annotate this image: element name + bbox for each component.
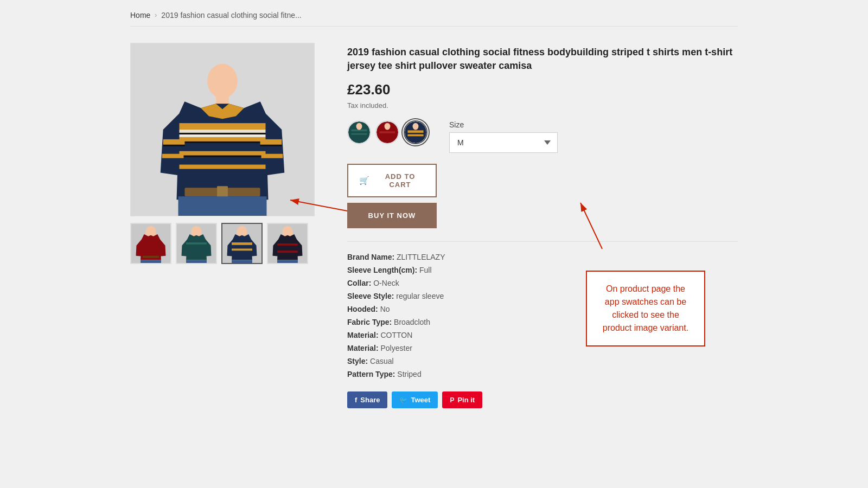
svg-rect-37: [277, 251, 298, 253]
svg-rect-38: [277, 260, 298, 263]
svg-point-1: [207, 64, 238, 99]
svg-rect-7: [180, 137, 266, 142]
buy-it-now-button[interactable]: BUY IT NOW: [347, 203, 437, 228]
share-label: Share: [360, 396, 380, 404]
svg-rect-10: [180, 156, 266, 157]
twitter-tweet-button[interactable]: 🐦 Tweet: [392, 391, 438, 408]
product-images: [130, 43, 315, 264]
thumbnails: [130, 223, 315, 264]
product-price: £23.60: [347, 81, 738, 98]
thumbnail-2[interactable]: [176, 223, 217, 264]
pinterest-icon: P: [450, 396, 454, 404]
main-image: [130, 43, 315, 216]
product-info: 2019 fashion casual clothing social fitn…: [347, 43, 738, 408]
thumbnail-1[interactable]: [130, 223, 171, 264]
pin-label: Pin it: [457, 396, 475, 404]
svg-rect-33: [232, 260, 252, 263]
svg-rect-28: [186, 260, 207, 263]
facebook-icon: f: [355, 396, 357, 404]
svg-rect-17: [261, 154, 283, 158]
breadcrumb-current: 2019 fashion casual clothing social fitn…: [161, 11, 301, 20]
spec-pattern: Pattern Type: Striped: [347, 370, 738, 378]
svg-rect-11: [180, 165, 266, 169]
add-to-cart-button[interactable]: 🛒 ADD TO CART: [347, 164, 437, 197]
thumbnail-4[interactable]: [267, 223, 308, 264]
swatch-gold[interactable]: [404, 120, 427, 144]
breadcrumb-home-link[interactable]: Home: [130, 11, 150, 20]
svg-rect-44: [379, 132, 395, 134]
svg-rect-27: [186, 242, 207, 245]
svg-rect-6: [180, 134, 266, 137]
svg-rect-36: [277, 243, 298, 246]
tweet-label: Tweet: [411, 396, 430, 404]
svg-rect-31: [232, 242, 252, 245]
annotation-text: On product page the app swatches can be …: [598, 282, 693, 335]
breadcrumb: Home › 2019 fashion casual clothing soci…: [130, 11, 738, 27]
svg-rect-8: [180, 142, 266, 143]
svg-rect-16: [260, 145, 282, 146]
svg-rect-32: [232, 248, 252, 251]
thumbnail-3[interactable]: [221, 223, 263, 264]
pinterest-pin-button[interactable]: P Pin it: [442, 391, 482, 408]
color-swatches: [347, 120, 427, 144]
tax-info: Tax included.: [347, 101, 738, 110]
svg-point-49: [413, 123, 419, 130]
svg-rect-48: [407, 134, 423, 137]
svg-rect-19: [217, 186, 228, 198]
annotation-box: On product page the app swatches can be …: [586, 271, 705, 346]
svg-rect-12: [163, 139, 185, 145]
svg-point-42: [356, 123, 362, 130]
cart-icon: 🛒: [359, 176, 370, 185]
svg-rect-3: [180, 123, 266, 130]
add-to-cart-label: ADD TO CART: [375, 172, 425, 189]
swatch-red[interactable]: [375, 120, 399, 144]
size-select[interactable]: M S L XL XXL: [449, 132, 558, 153]
svg-rect-20: [178, 196, 267, 216]
facebook-share-button[interactable]: f Share: [347, 391, 387, 408]
svg-rect-23: [141, 260, 161, 263]
svg-rect-5: [180, 133, 266, 134]
spec-style: Style: Casual: [347, 357, 738, 365]
svg-rect-4: [180, 130, 266, 133]
swatch-teal[interactable]: [347, 120, 371, 144]
svg-rect-41: [351, 133, 367, 135]
options-row: Size M S L XL XXL: [347, 120, 738, 153]
size-label: Size: [449, 120, 558, 129]
product-title: 2019 fashion casual clothing social fitn…: [347, 46, 738, 73]
svg-rect-15: [260, 139, 282, 145]
size-group: Size M S L XL XXL: [449, 120, 558, 153]
product-divider: [347, 241, 738, 242]
svg-rect-24: [143, 256, 159, 258]
spec-brand: Brand Name: ZLITTLELAZY: [347, 253, 738, 261]
svg-rect-9: [180, 151, 266, 156]
buttons-group: 🛒 ADD TO CART BUY IT NOW: [347, 164, 738, 228]
svg-rect-13: [163, 145, 185, 146]
breadcrumb-separator: ›: [155, 11, 157, 19]
product-layout: 2019 fashion casual clothing social fitn…: [130, 43, 738, 408]
svg-rect-14: [162, 154, 184, 158]
svg-point-45: [385, 123, 391, 130]
twitter-icon: 🐦: [399, 396, 407, 404]
social-buttons: f Share 🐦 Tweet P Pin it: [347, 391, 738, 408]
svg-rect-47: [407, 131, 423, 133]
